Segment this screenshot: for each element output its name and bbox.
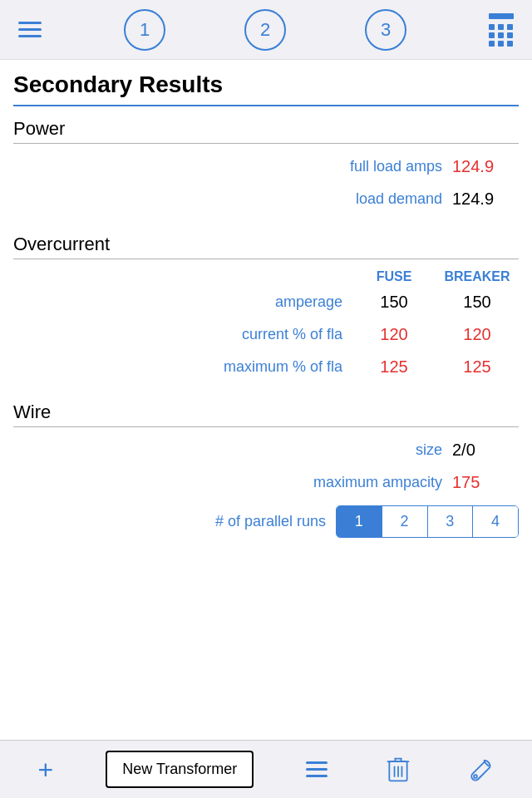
new-transformer-button[interactable]: New Transformer	[106, 751, 254, 788]
parallel-runs-control: 1 2 3 4	[336, 505, 519, 538]
hamburger-button[interactable]	[299, 758, 334, 781]
current-pct-label: current % of fla	[13, 326, 352, 343]
parallel-runs-row: # of parallel runs 1 2 3 4	[13, 499, 519, 544]
menu-icon[interactable]	[15, 18, 45, 41]
max-pct-breaker-value: 125	[436, 357, 519, 377]
max-ampacity-value: 175	[452, 473, 519, 492]
full-load-amps-label: full load amps	[13, 158, 452, 175]
breaker-col-header: BREAKER	[436, 269, 519, 284]
overcurrent-section: Overcurrent FUSE BREAKER amperage 150 15…	[13, 222, 519, 383]
parallel-4-button[interactable]: 4	[473, 506, 518, 537]
wrench-button[interactable]	[462, 754, 500, 786]
power-section: Power full load amps 124.9 load demand 1…	[13, 106, 519, 215]
full-load-amps-value: 124.9	[452, 157, 519, 176]
overcurrent-col-headers: FUSE BREAKER	[13, 266, 519, 286]
plus-icon: +	[38, 756, 54, 783]
wire-section: Wire size 2/0 maximum ampacity 175 # of …	[13, 390, 519, 544]
max-pct-label: maximum % of fla	[13, 358, 352, 376]
bottom-toolbar: + New Transformer	[0, 740, 532, 798]
max-ampacity-row: maximum ampacity 175	[13, 466, 519, 499]
fuse-col-header: FUSE	[352, 269, 436, 284]
wire-size-value: 2/0	[452, 441, 519, 460]
full-load-amps-row: full load amps 124.9	[13, 150, 519, 183]
amperage-fuse-value: 150	[352, 293, 436, 312]
parallel-2-button[interactable]: 2	[382, 506, 428, 537]
amperage-label: amperage	[13, 293, 352, 311]
step-3-button[interactable]: 3	[365, 9, 406, 51]
max-pct-row: maximum % of fla 125 125	[13, 351, 519, 383]
overcurrent-section-header: Overcurrent	[13, 222, 519, 259]
page-title: Secondary Results	[13, 60, 519, 106]
wire-section-header: Wire	[13, 390, 519, 427]
load-demand-label: load demand	[13, 190, 452, 208]
current-pct-breaker-value: 120	[436, 325, 519, 344]
parallel-1-button[interactable]: 1	[337, 506, 382, 537]
wire-size-label: size	[13, 441, 452, 459]
top-nav: 1 2 3	[0, 0, 532, 60]
max-ampacity-label: maximum ampacity	[13, 474, 452, 491]
current-pct-fuse-value: 120	[352, 325, 436, 344]
amperage-row: amperage 150 150	[13, 286, 519, 318]
parallel-runs-label: # of parallel runs	[13, 513, 336, 530]
max-pct-fuse-value: 125	[352, 357, 436, 377]
power-section-header: Power	[13, 106, 519, 144]
calculator-icon[interactable]	[485, 10, 517, 50]
current-pct-row: current % of fla 120 120	[13, 318, 519, 351]
main-content: Secondary Results Power full load amps 1…	[0, 60, 532, 740]
step-2-button[interactable]: 2	[244, 9, 286, 51]
wrench-icon	[469, 757, 494, 782]
hamburger-icon	[306, 761, 328, 777]
add-button[interactable]: +	[32, 753, 61, 786]
svg-point-8	[475, 775, 478, 778]
trash-icon	[387, 756, 410, 783]
load-demand-row: load demand 124.9	[13, 183, 519, 215]
load-demand-value: 124.9	[452, 190, 519, 209]
step-1-button[interactable]: 1	[124, 9, 165, 51]
amperage-breaker-value: 150	[436, 293, 519, 312]
wire-size-row: size 2/0	[13, 434, 519, 466]
parallel-3-button[interactable]: 3	[428, 506, 474, 537]
trash-button[interactable]	[380, 753, 416, 786]
